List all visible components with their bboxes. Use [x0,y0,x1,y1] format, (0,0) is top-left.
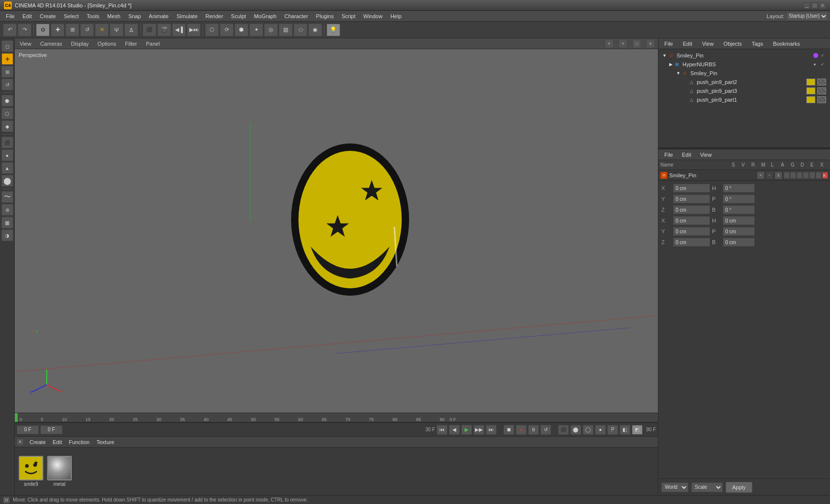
key-rot-button[interactable]: ◯ [583,425,593,435]
menu-character[interactable]: Character [280,12,312,20]
viewport-panel-menu[interactable]: Panel [144,40,162,47]
menu-help[interactable]: Help [386,12,406,20]
world-axis-tool[interactable]: Ψ [110,24,123,36]
menu-select[interactable]: Select [60,12,83,20]
materials-function-menu[interactable]: Function [66,439,92,446]
snap-hex-button[interactable]: ⬢ [235,24,248,36]
snap-star-button[interactable]: ✦ [249,24,263,36]
goto-end-button[interactable]: ⏭ [486,425,497,435]
cylinder-tool[interactable]: ⬤ [1,175,13,187]
viewport-filter-menu[interactable]: Filter [123,40,139,47]
key-all-button[interactable]: ⬛ [558,425,569,435]
edge-mode[interactable]: ⬡ [1,108,13,119]
tree-item-smiley-child[interactable]: ▼ ⊙ Smiley_Pin [660,69,828,78]
frame-value-input[interactable] [40,425,62,434]
menu-plugins[interactable]: Plugins [312,12,338,20]
menu-animate[interactable]: Animate [145,12,173,20]
viewport-lock-button[interactable]: + [619,39,627,48]
snap-ellipse-button[interactable]: ⬭ [294,24,307,36]
materials-edit-menu[interactable]: Edit [50,439,65,446]
materials-create-menu[interactable]: Create [27,439,49,446]
key-pos-button[interactable]: ⬤ [570,425,581,435]
stop-button[interactable]: ⏹ [504,425,514,435]
scale-tool[interactable]: ⊞ [1,66,13,78]
tree-item-part1[interactable]: △ push_pin9_part1 [660,95,828,104]
play-button[interactable]: ▶ [461,425,472,435]
tree-item-part3[interactable]: △ push_pin9_part3 [660,86,828,95]
minimize-button[interactable]: _ [803,2,810,9]
obj-manager-edit-menu[interactable]: Edit [680,40,695,47]
attributes-object-row[interactable]: ⊙ Smiley_Pin ● ▪ 1 × [658,170,830,181]
attr-x-size[interactable] [723,184,755,193]
key-scale-button[interactable]: ● [595,425,606,435]
cone-tool[interactable]: ▲ [1,162,13,174]
menu-mograph[interactable]: MoGraph [250,12,280,20]
attr-y2-size[interactable] [723,227,755,236]
attr-y2-val[interactable] [673,227,710,236]
move-tool[interactable]: ✛ [1,53,13,65]
window-controls[interactable]: _ □ × [803,2,826,9]
viewport-add-button[interactable]: + [605,39,614,48]
attr-y-size[interactable] [723,195,755,203]
attr-edit-menu[interactable]: Edit [679,151,694,158]
key-sel-button[interactable]: ◩ [632,425,643,435]
attr-x2-val[interactable] [673,216,710,225]
layer-tool[interactable]: ▦ [1,217,13,228]
attr-x-pos[interactable] [673,184,710,193]
obj-manager-view-menu[interactable]: View [699,40,717,47]
light-button[interactable]: 💡 [326,24,340,36]
polygon-mode[interactable]: ⬟ [1,95,13,107]
menu-snap[interactable]: Snap [124,12,145,20]
rotate-tool[interactable]: ↺ [1,79,13,90]
pause-button[interactable]: ⏸ [528,425,539,435]
material-smile9[interactable]: smile9 [19,456,43,487]
attr-z2-val[interactable] [673,238,710,247]
menu-window[interactable]: Window [359,12,386,20]
cursor-tool[interactable]: ◻ [1,40,13,52]
point-mode[interactable]: ◆ [1,120,13,132]
obj-manager-file-menu[interactable]: File [661,40,676,47]
move-tool-button[interactable]: ✚ [51,24,64,36]
rotate-tool-button[interactable]: ↺ [80,24,94,36]
current-frame-input[interactable] [17,425,39,434]
snap-circle-button[interactable]: ◎ [264,24,278,36]
obj-manager-objects-menu[interactable]: Objects [720,40,744,47]
box-tool[interactable]: ⬛ [1,137,13,148]
material-tool[interactable]: ◑ [1,229,13,241]
key-auto-button[interactable]: ◧ [620,425,630,435]
close-button[interactable]: × [819,2,826,9]
coord-mode-select[interactable]: World Object [661,482,688,492]
menu-tools[interactable]: Tools [83,12,103,20]
menu-render[interactable]: Render [202,12,227,20]
menu-create[interactable]: Create [36,12,60,20]
nurbs-tool[interactable]: ⊛ [1,204,13,216]
viewport-maximize-button[interactable]: □ [632,39,641,48]
snap-dot-button[interactable]: ◉ [308,24,322,36]
menu-edit[interactable]: Edit [19,12,36,20]
snap-grid-button[interactable]: ▧ [279,24,293,36]
attr-view-menu[interactable]: View [697,151,715,158]
layout-selector[interactable]: Startup (User) [786,12,828,21]
menu-script[interactable]: Script [338,12,359,20]
snap-rotate-button[interactable]: ⟳ [220,24,234,36]
render-next-button[interactable]: ▶⏭ [187,24,201,36]
object-axis-tool[interactable]: ✕ [95,24,109,36]
menu-file[interactable]: File [2,12,19,20]
materials-texture-menu[interactable]: Texture [93,439,117,446]
prev-frame-button[interactable]: ◀ [449,425,460,435]
tree-item-hypernurbs[interactable]: ▶ ⊞ HyperNURBS ● ✓ [660,60,828,69]
render-prev-button[interactable]: ◀▐ [172,24,186,36]
key-p-button[interactable]: P [607,425,618,435]
spline-tool[interactable]: 〜 [1,191,13,203]
viewport-options-menu[interactable]: Options [95,40,118,47]
viewport-view-menu[interactable]: View [18,40,33,47]
goto-start-button[interactable]: ⏮ [437,425,447,435]
loop-button[interactable]: ↺ [540,425,551,435]
attr-z2-size[interactable] [723,238,755,247]
scale-tool-button[interactable]: ⊞ [65,24,79,36]
viewport-close-button[interactable]: × [646,39,655,48]
material-metal[interactable]: metal [47,456,72,487]
attr-x2-size[interactable] [723,216,755,225]
maximize-button[interactable]: □ [811,2,818,9]
obj-manager-bookmarks-menu[interactable]: Bookmarks [770,40,803,47]
